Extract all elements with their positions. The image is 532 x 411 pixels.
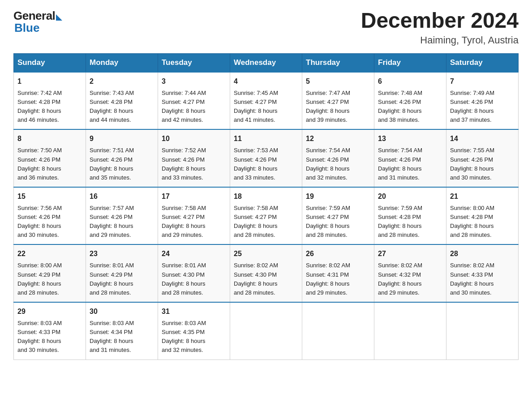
day-cell: 23Sunrise: 8:01 AMSunset: 4:29 PMDayligh… [86,244,158,302]
day-number: 9 [90,133,154,144]
day-cell [446,302,519,360]
day-number: 6 [378,76,442,87]
day-cell: 11Sunrise: 7:53 AMSunset: 4:26 PMDayligh… [230,129,302,187]
day-info: Sunrise: 7:48 AMSunset: 4:26 PMDaylight:… [378,89,442,125]
day-cell: 10Sunrise: 7:52 AMSunset: 4:26 PMDayligh… [158,129,230,187]
header-tuesday: Tuesday [158,53,230,72]
day-cell: 24Sunrise: 8:01 AMSunset: 4:30 PMDayligh… [158,244,230,302]
day-cell: 20Sunrise: 7:59 AMSunset: 4:28 PMDayligh… [374,187,446,245]
day-info: Sunrise: 7:54 AMSunset: 4:26 PMDaylight:… [306,146,370,182]
day-number: 16 [90,191,154,202]
day-info: Sunrise: 8:02 AMSunset: 4:32 PMDaylight:… [378,261,442,297]
day-number: 28 [450,248,515,259]
month-title: December 2024 [361,9,519,33]
day-cell [374,302,446,360]
header-row: SundayMondayTuesdayWednesdayThursdayFrid… [14,53,519,72]
day-cell: 15Sunrise: 7:56 AMSunset: 4:26 PMDayligh… [14,187,86,245]
day-info: Sunrise: 8:00 AMSunset: 4:28 PMDaylight:… [450,204,515,240]
day-number: 29 [17,306,82,317]
week-row-2: 8Sunrise: 7:50 AMSunset: 4:26 PMDaylight… [14,129,519,187]
day-cell: 30Sunrise: 8:03 AMSunset: 4:34 PMDayligh… [86,302,158,360]
day-cell: 13Sunrise: 7:54 AMSunset: 4:26 PMDayligh… [374,129,446,187]
header-sunday: Sunday [14,53,86,72]
day-number: 24 [162,248,226,259]
day-cell: 14Sunrise: 7:55 AMSunset: 4:26 PMDayligh… [446,129,519,187]
day-info: Sunrise: 7:58 AMSunset: 4:27 PMDaylight:… [162,204,226,240]
title-area: December 2024 Haiming, Tyrol, Austria [361,9,519,46]
day-cell: 1Sunrise: 7:42 AMSunset: 4:28 PMDaylight… [14,72,86,130]
day-cell: 8Sunrise: 7:50 AMSunset: 4:26 PMDaylight… [14,129,86,187]
week-row-4: 22Sunrise: 8:00 AMSunset: 4:29 PMDayligh… [14,244,519,302]
day-info: Sunrise: 8:03 AMSunset: 4:33 PMDaylight:… [17,319,82,355]
day-number: 17 [162,191,226,202]
day-cell: 31Sunrise: 8:03 AMSunset: 4:35 PMDayligh… [158,302,230,360]
day-number: 23 [90,248,154,259]
day-info: Sunrise: 7:59 AMSunset: 4:28 PMDaylight:… [378,204,442,240]
day-cell: 29Sunrise: 8:03 AMSunset: 4:33 PMDayligh… [14,302,86,360]
day-info: Sunrise: 7:44 AMSunset: 4:27 PMDaylight:… [162,89,226,125]
day-number: 11 [234,133,298,144]
day-cell: 26Sunrise: 8:02 AMSunset: 4:31 PMDayligh… [302,244,374,302]
day-number: 26 [306,248,370,259]
day-info: Sunrise: 7:55 AMSunset: 4:26 PMDaylight:… [450,146,515,182]
day-number: 2 [90,76,154,87]
calendar-table: SundayMondayTuesdayWednesdayThursdayFrid… [13,53,519,360]
day-number: 3 [162,76,226,87]
day-cell: 6Sunrise: 7:48 AMSunset: 4:26 PMDaylight… [374,72,446,130]
header-thursday: Thursday [302,53,374,72]
week-row-3: 15Sunrise: 7:56 AMSunset: 4:26 PMDayligh… [14,187,519,245]
header-monday: Monday [86,53,158,72]
day-number: 18 [234,191,298,202]
day-cell [230,302,302,360]
day-number: 21 [450,191,515,202]
day-info: Sunrise: 8:03 AMSunset: 4:34 PMDaylight:… [90,319,154,355]
day-number: 10 [162,133,226,144]
day-cell: 2Sunrise: 7:43 AMSunset: 4:28 PMDaylight… [86,72,158,130]
day-number: 31 [162,306,226,317]
day-number: 22 [17,248,82,259]
day-info: Sunrise: 7:52 AMSunset: 4:26 PMDaylight:… [162,146,226,182]
day-info: Sunrise: 7:45 AMSunset: 4:27 PMDaylight:… [234,89,298,125]
calendar-header: SundayMondayTuesdayWednesdayThursdayFrid… [14,53,519,72]
day-info: Sunrise: 7:50 AMSunset: 4:26 PMDaylight:… [17,146,82,182]
header-wednesday: Wednesday [230,53,302,72]
week-row-5: 29Sunrise: 8:03 AMSunset: 4:33 PMDayligh… [14,302,519,360]
day-cell: 3Sunrise: 7:44 AMSunset: 4:27 PMDaylight… [158,72,230,130]
day-info: Sunrise: 7:43 AMSunset: 4:28 PMDaylight:… [90,89,154,125]
day-info: Sunrise: 8:01 AMSunset: 4:29 PMDaylight:… [90,261,154,297]
day-cell: 12Sunrise: 7:54 AMSunset: 4:26 PMDayligh… [302,129,374,187]
day-info: Sunrise: 7:53 AMSunset: 4:26 PMDaylight:… [234,146,298,182]
day-info: Sunrise: 7:54 AMSunset: 4:26 PMDaylight:… [378,146,442,182]
day-cell: 5Sunrise: 7:47 AMSunset: 4:27 PMDaylight… [302,72,374,130]
day-info: Sunrise: 7:59 AMSunset: 4:27 PMDaylight:… [306,204,370,240]
calendar-body: 1Sunrise: 7:42 AMSunset: 4:28 PMDaylight… [14,72,519,360]
day-info: Sunrise: 8:02 AMSunset: 4:30 PMDaylight:… [234,261,298,297]
day-info: Sunrise: 7:42 AMSunset: 4:28 PMDaylight:… [17,89,82,125]
day-info: Sunrise: 8:01 AMSunset: 4:30 PMDaylight:… [162,261,226,297]
day-info: Sunrise: 7:58 AMSunset: 4:27 PMDaylight:… [234,204,298,240]
day-cell: 27Sunrise: 8:02 AMSunset: 4:32 PMDayligh… [374,244,446,302]
day-cell: 21Sunrise: 8:00 AMSunset: 4:28 PMDayligh… [446,187,519,245]
day-number: 30 [90,306,154,317]
day-number: 25 [234,248,298,259]
day-info: Sunrise: 7:56 AMSunset: 4:26 PMDaylight:… [17,204,82,240]
day-cell: 19Sunrise: 7:59 AMSunset: 4:27 PMDayligh… [302,187,374,245]
page-header: General Blue December 2024 Haiming, Tyro… [13,9,519,46]
day-number: 19 [306,191,370,202]
day-cell: 16Sunrise: 7:57 AMSunset: 4:26 PMDayligh… [86,187,158,245]
day-cell: 17Sunrise: 7:58 AMSunset: 4:27 PMDayligh… [158,187,230,245]
day-cell [302,302,374,360]
day-number: 20 [378,191,442,202]
day-number: 4 [234,76,298,87]
header-friday: Friday [374,53,446,72]
day-info: Sunrise: 8:02 AMSunset: 4:33 PMDaylight:… [450,261,515,297]
logo-blue-text: Blue [13,21,39,35]
day-cell: 25Sunrise: 8:02 AMSunset: 4:30 PMDayligh… [230,244,302,302]
day-info: Sunrise: 7:57 AMSunset: 4:26 PMDaylight:… [90,204,154,240]
day-info: Sunrise: 7:47 AMSunset: 4:27 PMDaylight:… [306,89,370,125]
day-cell: 28Sunrise: 8:02 AMSunset: 4:33 PMDayligh… [446,244,519,302]
week-row-1: 1Sunrise: 7:42 AMSunset: 4:28 PMDaylight… [14,72,519,130]
day-number: 14 [450,133,515,144]
day-number: 12 [306,133,370,144]
day-info: Sunrise: 8:00 AMSunset: 4:29 PMDaylight:… [17,261,82,297]
